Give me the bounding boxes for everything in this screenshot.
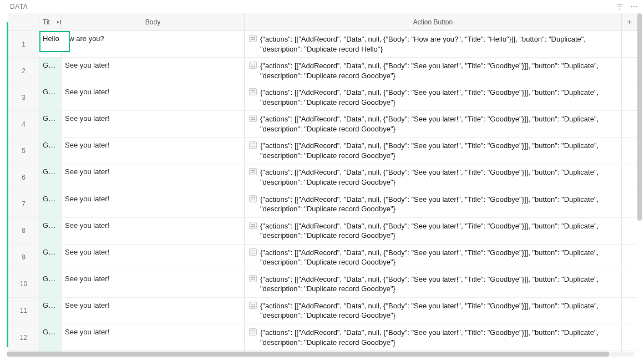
- add-column-button[interactable]: +: [622, 13, 637, 30]
- cell-action[interactable]: {"actions": [["AddRecord", "Data", null,…: [245, 271, 622, 297]
- cell-title[interactable]: Go…: [39, 138, 62, 164]
- row-number[interactable]: 10: [8, 271, 39, 297]
- cell-action[interactable]: {"actions": [["AddRecord", "Data", null,…: [245, 245, 622, 271]
- table-row[interactable]: 6Go…See you later!{"actions": [["AddReco…: [8, 164, 637, 191]
- cell-add-spacer: [622, 191, 637, 217]
- table-row[interactable]: 3Go…See you later!{"actions": [["AddReco…: [8, 84, 637, 111]
- cell-action-text: {"actions": [["AddRecord", "Data", null,…: [260, 88, 617, 107]
- cell-add-spacer: [622, 324, 637, 350]
- cell-action-text: {"actions": [["AddRecord", "Data", null,…: [260, 248, 617, 267]
- row-number[interactable]: 12: [8, 324, 39, 350]
- cell-add-spacer: [622, 111, 637, 137]
- cell-action-text: {"actions": [["AddRecord", "Data", null,…: [260, 301, 617, 321]
- table-row[interactable]: 12Go…See you later!{"actions": [["AddRec…: [8, 324, 637, 351]
- cell-body[interactable]: ow are you?: [62, 31, 245, 57]
- expand-json-icon[interactable]: [249, 248, 257, 256]
- expand-json-icon[interactable]: [249, 35, 257, 42]
- row-number[interactable]: 3: [8, 84, 39, 110]
- cell-body[interactable]: See you later!: [62, 84, 245, 110]
- cell-action[interactable]: {"actions": [["AddRecord", "Data", null,…: [245, 138, 622, 164]
- cell-title[interactable]: Go…: [39, 58, 62, 84]
- data-grid: Tit Body Action Button + 1ow ar: [8, 13, 637, 352]
- cell-action[interactable]: {"actions": [["AddRecord", "Data", null,…: [245, 191, 622, 217]
- row-number[interactable]: 7: [8, 191, 39, 217]
- column-header-action[interactable]: Action Button: [245, 13, 622, 30]
- table-row[interactable]: 4Go…See you later!{"actions": [["AddReco…: [8, 111, 637, 138]
- table-row[interactable]: 5Go…See you later!{"actions": [["AddReco…: [8, 138, 637, 164]
- table-row[interactable]: 8Go…See you later!{"actions": [["AddReco…: [8, 218, 637, 245]
- expand-json-icon[interactable]: [249, 168, 257, 175]
- expand-json-icon[interactable]: [249, 275, 257, 282]
- row-number[interactable]: 2: [8, 58, 39, 84]
- expand-json-icon[interactable]: [249, 88, 257, 95]
- cell-title[interactable]: [39, 31, 62, 57]
- cell-action[interactable]: {"actions": [["AddRecord", "Data", null,…: [245, 164, 622, 190]
- expand-json-icon[interactable]: [249, 115, 257, 122]
- cell-body[interactable]: See you later!: [62, 218, 245, 244]
- cell-add-spacer: [622, 271, 637, 297]
- cell-body[interactable]: See you later!: [62, 245, 245, 271]
- cell-body[interactable]: See you later!: [62, 271, 245, 297]
- horizontal-scrollbar[interactable]: [7, 352, 634, 357]
- column-header-body-label: Body: [145, 18, 160, 26]
- expand-json-icon[interactable]: [249, 62, 257, 69]
- cell-action[interactable]: {"actions": [["AddRecord", "Data", null,…: [245, 324, 622, 350]
- table-row[interactable]: 1ow are you?{"actions": [["AddRecord", "…: [8, 31, 637, 58]
- row-number[interactable]: 8: [8, 218, 39, 244]
- cell-title[interactable]: Go…: [39, 218, 62, 244]
- cell-title[interactable]: Go…: [39, 271, 62, 297]
- table-row[interactable]: 2Go…See you later!{"actions": [["AddReco…: [8, 58, 637, 84]
- row-number[interactable]: 9: [8, 245, 39, 271]
- cell-title[interactable]: Go…: [39, 111, 62, 137]
- row-number[interactable]: 11: [8, 298, 39, 324]
- cell-title[interactable]: Go…: [39, 245, 62, 271]
- cell-action[interactable]: {"actions": [["AddRecord", "Data", null,…: [245, 111, 622, 137]
- cell-title[interactable]: Go…: [39, 191, 62, 217]
- more-menu-icon[interactable]: [630, 2, 638, 11]
- column-header-title[interactable]: Tit: [39, 13, 62, 30]
- cell-body[interactable]: See you later!: [62, 298, 245, 324]
- cell-title[interactable]: Go…: [39, 84, 62, 110]
- expand-json-icon[interactable]: [249, 195, 257, 202]
- cell-body[interactable]: See you later!: [62, 111, 245, 137]
- horizontal-scrollbar-thumb[interactable]: [7, 352, 609, 357]
- svg-point-0: [631, 6, 632, 7]
- cell-body[interactable]: See you later!: [62, 164, 245, 190]
- cell-body[interactable]: See you later!: [62, 191, 245, 217]
- expand-json-icon[interactable]: [249, 302, 257, 309]
- row-number[interactable]: 5: [8, 138, 39, 164]
- cell-action[interactable]: {"actions": [["AddRecord", "Data", null,…: [245, 218, 622, 244]
- cell-title[interactable]: Go…: [39, 298, 62, 324]
- row-number[interactable]: 4: [8, 111, 39, 137]
- cell-body[interactable]: See you later!: [62, 138, 245, 164]
- cell-action[interactable]: {"actions": [["AddRecord", "Data", null,…: [245, 31, 622, 57]
- row-number[interactable]: 6: [8, 164, 39, 190]
- cell-action-text: {"actions": [["AddRecord", "Data", null,…: [260, 328, 617, 347]
- vertical-scrollbar[interactable]: [637, 13, 642, 302]
- column-resize-handle-icon[interactable]: [56, 18, 62, 27]
- cell-action-text: {"actions": [["AddRecord", "Data", null,…: [260, 141, 617, 160]
- cell-title[interactable]: Go…: [39, 324, 62, 350]
- row-number[interactable]: 1: [8, 31, 39, 57]
- cell-action[interactable]: {"actions": [["AddRecord", "Data", null,…: [245, 298, 622, 324]
- cell-action-text: {"actions": [["AddRecord", "Data", null,…: [260, 34, 617, 54]
- expand-json-icon[interactable]: [249, 222, 257, 229]
- cell-add-spacer: [622, 31, 637, 57]
- cell-add-spacer: [622, 218, 637, 244]
- filter-icon[interactable]: [615, 2, 624, 11]
- expand-json-icon[interactable]: [249, 141, 257, 149]
- section-title: DATA: [10, 3, 28, 11]
- cell-action[interactable]: {"actions": [["AddRecord", "Data", null,…: [245, 58, 622, 84]
- column-header-body[interactable]: Body: [62, 13, 245, 30]
- expand-json-icon[interactable]: [249, 328, 257, 335]
- cell-title[interactable]: Go…: [39, 164, 62, 190]
- cell-body[interactable]: See you later!: [62, 324, 245, 350]
- table-row[interactable]: 9Go…See you later!{"actions": [["AddReco…: [8, 245, 637, 271]
- cell-body[interactable]: See you later!: [62, 58, 245, 84]
- vertical-scrollbar-thumb[interactable]: [637, 13, 642, 221]
- svg-point-2: [636, 6, 637, 7]
- table-row[interactable]: 11Go…See you later!{"actions": [["AddRec…: [8, 298, 637, 324]
- table-row[interactable]: 7Go…See you later!{"actions": [["AddReco…: [8, 191, 637, 218]
- cell-action[interactable]: {"actions": [["AddRecord", "Data", null,…: [245, 84, 622, 110]
- table-row[interactable]: 10Go…See you later!{"actions": [["AddRec…: [8, 271, 637, 298]
